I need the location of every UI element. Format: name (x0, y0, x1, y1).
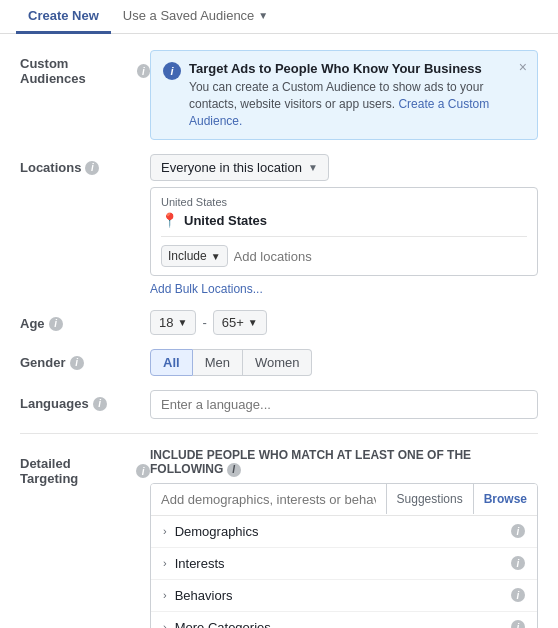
custom-audiences-row: Custom Audiences i i Target Ads to Peopl… (20, 50, 538, 140)
location-pin-icon: 📍 (161, 212, 178, 228)
custom-audiences-control: i Target Ads to People Who Know Your Bus… (150, 50, 538, 140)
detailed-targeting-row: Detailed Targeting i INCLUDE people who … (20, 448, 538, 628)
location-selected-item: 📍 United States (161, 212, 527, 228)
suggestions-button[interactable]: Suggestions (387, 484, 473, 514)
category-demographics[interactable]: › Demographics i (151, 516, 537, 548)
detailed-targeting-label: Detailed Targeting i (20, 448, 150, 486)
info-box-icon: i (163, 62, 181, 80)
tab-bar: Create New Use a Saved Audience ▼ (0, 0, 558, 34)
custom-audiences-info-icon[interactable]: i (137, 64, 150, 78)
custom-audiences-info-box: i Target Ads to People Who Know Your Bus… (150, 50, 538, 140)
age-to-select[interactable]: 65+ ▼ (213, 310, 267, 335)
location-country-header: United States (161, 196, 527, 208)
gender-men-button[interactable]: Men (193, 349, 243, 376)
locations-control: Everyone in this location ▼ United State… (150, 154, 538, 296)
more-info-icon[interactable]: i (511, 620, 525, 628)
locations-label: Locations i (20, 154, 150, 175)
category-list: › Demographics i › Interests i (151, 515, 537, 628)
gender-label: Gender i (20, 349, 150, 370)
category-behaviors[interactable]: › Behaviors i (151, 580, 537, 612)
location-dropdown-arrow: ▼ (308, 162, 318, 173)
age-control: 18 ▼ - 65+ ▼ (150, 310, 538, 335)
targeting-search-input[interactable] (151, 484, 386, 515)
gender-row: Gender i All Men Women (20, 349, 538, 376)
gender-control: All Men Women (150, 349, 538, 376)
more-arrow-icon: › (163, 621, 167, 628)
targeting-desc-info-icon[interactable]: i (227, 463, 241, 477)
age-from-arrow: ▼ (177, 317, 187, 328)
locations-info-icon[interactable]: i (85, 161, 99, 175)
gender-info-icon[interactable]: i (70, 356, 84, 370)
language-input[interactable] (150, 390, 538, 419)
info-box-content: Target Ads to People Who Know Your Busin… (189, 61, 525, 129)
category-interests[interactable]: › Interests i (151, 548, 537, 580)
location-box: United States 📍 United States Include ▼ (150, 187, 538, 276)
tab-create-new[interactable]: Create New (16, 0, 111, 34)
section-divider (20, 433, 538, 434)
location-type-dropdown[interactable]: Everyone in this location ▼ (150, 154, 329, 181)
interests-arrow-icon: › (163, 557, 167, 569)
location-include-row: Include ▼ (161, 236, 527, 267)
languages-label: Languages i (20, 390, 150, 411)
info-box-close-button[interactable]: × (519, 59, 527, 75)
age-from-select[interactable]: 18 ▼ (150, 310, 196, 335)
targeting-search-box: Suggestions Browse › Demographics i (150, 483, 538, 628)
languages-info-icon[interactable]: i (93, 397, 107, 411)
age-separator: - (202, 315, 206, 330)
age-row: Age i 18 ▼ - 65+ ▼ (20, 310, 538, 335)
locations-row: Locations i Everyone in this location ▼ … (20, 154, 538, 296)
main-content: Custom Audiences i i Target Ads to Peopl… (0, 34, 558, 628)
add-bulk-locations-link[interactable]: Add Bulk Locations... (150, 282, 263, 296)
add-locations-input[interactable] (234, 249, 527, 264)
location-include-select[interactable]: Include ▼ (161, 245, 228, 267)
languages-row: Languages i (20, 390, 538, 419)
category-more[interactable]: › More Categories i (151, 612, 537, 628)
browse-button[interactable]: Browse (474, 484, 537, 514)
age-info-icon[interactable]: i (49, 317, 63, 331)
include-arrow-icon: ▼ (211, 251, 221, 262)
gender-women-button[interactable]: Women (243, 349, 313, 376)
behaviors-arrow-icon: › (163, 589, 167, 601)
detailed-targeting-info-icon[interactable]: i (136, 464, 150, 478)
chevron-down-icon: ▼ (258, 10, 268, 21)
detailed-targeting-control: INCLUDE people who match at least ONE of… (150, 448, 538, 628)
languages-control (150, 390, 538, 419)
gender-all-button[interactable]: All (150, 349, 193, 376)
demographics-arrow-icon: › (163, 525, 167, 537)
info-box-body: You can create a Custom Audience to show… (189, 79, 525, 129)
behaviors-info-icon[interactable]: i (511, 588, 525, 602)
gender-buttons: All Men Women (150, 349, 538, 376)
demographics-info-icon[interactable]: i (511, 524, 525, 538)
tab-use-saved[interactable]: Use a Saved Audience ▼ (111, 0, 280, 34)
interests-info-icon[interactable]: i (511, 556, 525, 570)
targeting-description: INCLUDE people who match at least ONE of… (150, 448, 538, 477)
age-to-arrow: ▼ (248, 317, 258, 328)
custom-audiences-label: Custom Audiences i (20, 50, 150, 86)
age-label: Age i (20, 310, 150, 331)
